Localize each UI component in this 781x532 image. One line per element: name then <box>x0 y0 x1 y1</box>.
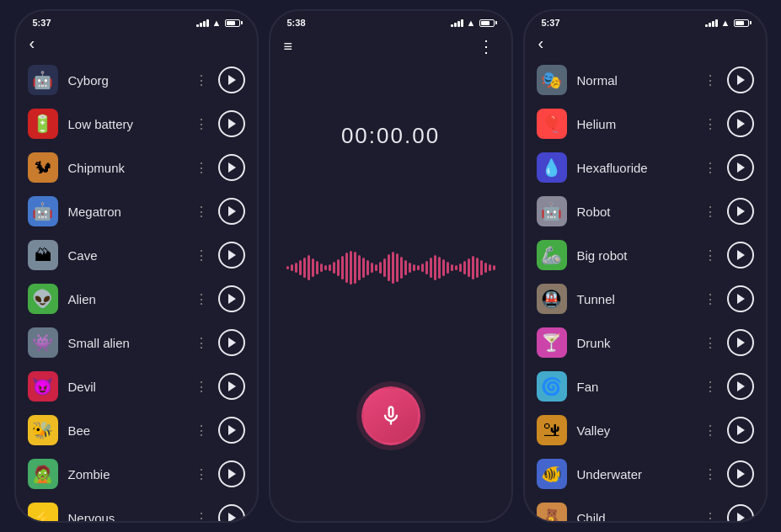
time-2: 5:38 <box>287 18 306 28</box>
item-dots-bigrobot[interactable]: ⋮ <box>700 246 720 265</box>
wave-bar-20 <box>371 263 373 273</box>
item-play-helium[interactable] <box>727 110 754 137</box>
list-item-zombie[interactable]: 🧟 Zombie ⋮ <box>16 452 257 496</box>
item-play-bee[interactable] <box>218 417 245 444</box>
list-item-helium[interactable]: 🎈 Helium ⋮ <box>525 102 766 146</box>
list-item-hexafluoride[interactable]: 💧 Hexafluoride ⋮ <box>525 146 766 189</box>
item-play-bigrobot[interactable] <box>727 242 754 269</box>
item-actions-valley: ⋮ <box>700 417 754 444</box>
item-name-bigrobot: Big robot <box>577 248 690 263</box>
play-triangle-alien <box>228 294 236 304</box>
item-play-lowbattery[interactable] <box>218 110 245 137</box>
list-item-chipmunk[interactable]: 🐿 Chipmunk ⋮ <box>16 146 257 189</box>
play-triangle-smallalien <box>228 338 236 348</box>
item-play-valley[interactable] <box>727 417 754 444</box>
item-dots-underwater[interactable]: ⋮ <box>700 465 720 484</box>
item-dots-normal[interactable]: ⋮ <box>700 71 720 90</box>
item-name-tunnel: Tunnel <box>577 292 690 306</box>
wave-bar-36 <box>438 257 441 279</box>
item-play-smallalien[interactable] <box>218 329 245 356</box>
item-dots-smallalien[interactable]: ⋮ <box>191 333 211 353</box>
list-item-robot[interactable]: 🤖 Robot ⋮ <box>525 189 766 233</box>
item-play-cave[interactable] <box>218 242 245 269</box>
item-play-hexafluoride[interactable] <box>727 154 754 181</box>
battery-icon-2 <box>479 19 495 27</box>
status-icons-2: ▲ <box>451 18 495 28</box>
wave-bar-31 <box>417 265 420 270</box>
list-item-smallalien[interactable]: 👾 Small alien ⋮ <box>16 321 257 364</box>
item-play-chipmunk[interactable] <box>218 154 245 181</box>
item-dots-chipmunk[interactable]: ⋮ <box>191 158 211 178</box>
item-dots-nervous[interactable]: ⋮ <box>191 508 211 522</box>
item-dots-cyborg[interactable]: ⋮ <box>191 71 211 90</box>
list-item-megatron[interactable]: 🤖 Megatron ⋮ <box>16 189 257 233</box>
item-dots-child[interactable]: ⋮ <box>700 508 720 522</box>
item-play-normal[interactable] <box>727 66 754 93</box>
list-item-child[interactable]: 🧸 Child ⋮ <box>525 496 766 521</box>
mic-button[interactable] <box>361 386 420 445</box>
item-name-bee: Bee <box>68 423 181 438</box>
item-dots-valley[interactable]: ⋮ <box>700 421 720 440</box>
wave-bar-26 <box>396 253 399 282</box>
play-triangle-chipmunk <box>228 162 236 173</box>
more-button[interactable]: ⋮ <box>474 35 498 58</box>
list-item-tunnel[interactable]: 🚇 Tunnel ⋮ <box>525 277 766 321</box>
hamburger-button[interactable]: ≡ <box>284 38 293 56</box>
item-play-alien[interactable] <box>218 285 245 312</box>
item-name-hexafluoride: Hexafluoride <box>577 161 690 175</box>
item-play-drunk[interactable] <box>727 329 754 356</box>
item-play-zombie[interactable] <box>218 460 245 487</box>
item-name-helium: Helium <box>577 117 690 131</box>
item-dots-alien[interactable]: ⋮ <box>191 290 211 309</box>
list-item-underwater[interactable]: 🐠 Underwater ⋮ <box>525 452 766 496</box>
list-item-bigrobot[interactable]: 🦾 Big robot ⋮ <box>525 233 766 277</box>
back-button-3[interactable]: ‹ <box>538 35 544 51</box>
item-play-underwater[interactable] <box>727 460 754 487</box>
item-play-tunnel[interactable] <box>727 285 754 312</box>
item-play-robot[interactable] <box>727 198 754 225</box>
item-play-cyborg[interactable] <box>218 66 245 93</box>
wave-bar-0 <box>286 266 289 269</box>
item-dots-cave[interactable]: ⋮ <box>191 246 211 265</box>
item-dots-bee[interactable]: ⋮ <box>191 421 211 440</box>
item-dots-lowbattery[interactable]: ⋮ <box>191 114 211 134</box>
item-dots-fan[interactable]: ⋮ <box>700 377 720 396</box>
list-item-devil[interactable]: 😈 Devil ⋮ <box>16 364 257 408</box>
item-play-devil[interactable] <box>218 373 245 400</box>
item-play-fan[interactable] <box>727 373 754 400</box>
item-play-nervous[interactable] <box>218 504 245 521</box>
wave-bar-38 <box>447 262 449 274</box>
item-dots-hexafluoride[interactable]: ⋮ <box>700 158 720 178</box>
list-item-valley[interactable]: 🏜 Valley ⋮ <box>525 408 766 452</box>
wave-bar-43 <box>468 258 470 277</box>
wave-bar-47 <box>484 263 487 273</box>
list-item-normal[interactable]: 🎭 Normal ⋮ <box>525 58 766 102</box>
item-dots-drunk[interactable]: ⋮ <box>700 333 720 353</box>
wave-bar-3 <box>299 260 302 275</box>
list-item-drunk[interactable]: 🍸 Drunk ⋮ <box>525 321 766 364</box>
list-item-lowbattery[interactable]: 🔋 Low battery ⋮ <box>16 102 257 146</box>
list-item-nervous[interactable]: ⚡ Nervous ⋮ <box>16 496 257 521</box>
item-name-drunk: Drunk <box>577 336 690 350</box>
item-dots-robot[interactable]: ⋮ <box>700 202 720 221</box>
list-item-bee[interactable]: 🐝 Bee ⋮ <box>16 408 257 452</box>
item-dots-tunnel[interactable]: ⋮ <box>700 290 720 309</box>
item-actions-cave: ⋮ <box>191 242 245 269</box>
item-name-fan: Fan <box>577 380 690 394</box>
play-triangle-fan <box>737 381 745 391</box>
back-button-1[interactable]: ‹ <box>29 35 35 51</box>
list-item-alien[interactable]: 👽 Alien ⋮ <box>16 277 257 321</box>
play-triangle-helium <box>737 119 745 129</box>
item-name-chipmunk: Chipmunk <box>68 161 181 175</box>
item-dots-devil[interactable]: ⋮ <box>191 377 211 396</box>
list-item-cyborg[interactable]: 🤖 Cyborg ⋮ <box>16 58 257 102</box>
item-dots-megatron[interactable]: ⋮ <box>191 202 211 221</box>
item-play-child[interactable] <box>727 504 754 521</box>
list-item-fan[interactable]: 🌀 Fan ⋮ <box>525 364 766 408</box>
nav-bar-2: ≡ ⋮ <box>270 31 511 63</box>
list-item-cave[interactable]: 🏔 Cave ⋮ <box>16 233 257 277</box>
play-triangle-nervous <box>228 513 236 521</box>
item-dots-helium[interactable]: ⋮ <box>700 114 720 134</box>
item-play-megatron[interactable] <box>218 198 245 225</box>
item-dots-zombie[interactable]: ⋮ <box>191 465 211 484</box>
